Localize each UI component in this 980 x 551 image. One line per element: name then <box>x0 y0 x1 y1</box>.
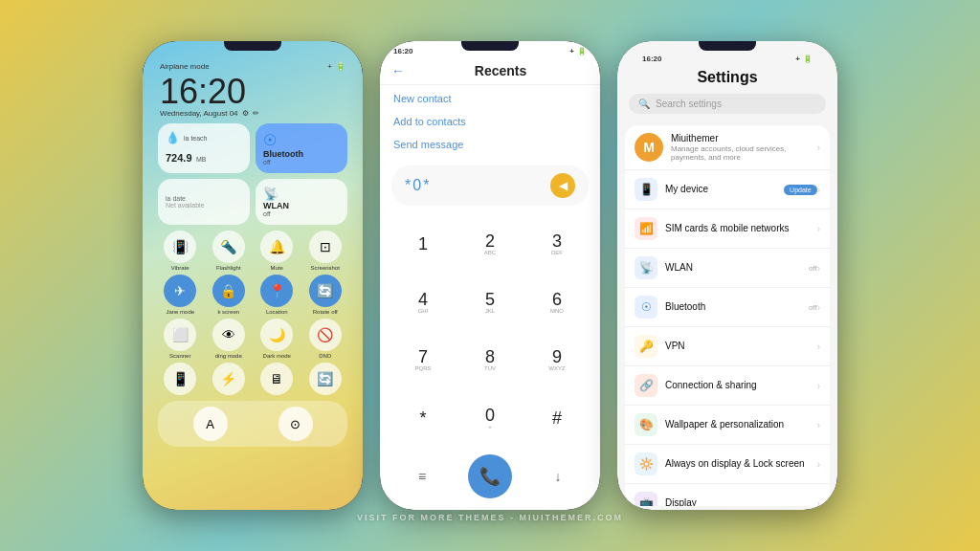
scanner-icon: ⬜ <box>172 327 189 342</box>
settings-search[interactable]: 🔍 Search settings <box>629 94 826 114</box>
phone3-shell: 16:20 + 🔋 Settings 🔍 Search settings M M… <box>617 41 837 510</box>
phone1-screen: Airplane mode + 🔋 16:20 Wednesday, Augus… <box>143 41 363 510</box>
wallpaper-icon: 🎨 <box>635 413 657 436</box>
phone3-screen: 16:20 + 🔋 Settings 🔍 Search settings M M… <box>617 41 837 510</box>
vpn-title: VPN <box>665 341 817 352</box>
dark-mode-item[interactable]: 🌙 Dark mode <box>255 319 300 359</box>
vibrate-item[interactable]: 📳 Vibrate <box>158 231 203 271</box>
wlan-tile[interactable]: 📡 WLAN off <box>256 179 347 225</box>
settings-title: Settings <box>629 65 826 90</box>
search-icon: 🔍 <box>638 99 650 109</box>
wlan-right: off <box>809 264 817 273</box>
extra4-item[interactable]: 🔄 <box>303 363 348 395</box>
key-star[interactable]: * <box>391 391 455 446</box>
call-btn[interactable]: 📞 <box>468 454 512 498</box>
rotate-icon: 🔄 <box>317 283 333 298</box>
mydevice-title: My device <box>665 184 784 195</box>
chevron-icon-connection: › <box>817 381 820 391</box>
backspace-btn[interactable]: ◀ <box>550 173 575 198</box>
dialer-number: *0* <box>405 177 431 194</box>
vibrate-icon: 📳 <box>172 239 189 254</box>
settings-item-wallpaper[interactable]: 🎨 Wallpaper & personalization › <box>625 406 830 445</box>
bluetooth-tile[interactable]: ☉ Bluetooth off <box>256 123 347 173</box>
moon-icon: 🌙 <box>269 327 285 342</box>
data-tile[interactable]: 💧 la teach 724.9 MB <box>158 123 250 173</box>
settings-item-aod[interactable]: 🔆 Always on display & Lock screen › <box>625 445 830 484</box>
extra1-item[interactable]: 📱 <box>158 363 203 395</box>
settings-item-bluetooth[interactable]: ☉ Bluetooth off › <box>625 288 830 327</box>
screenshot-item[interactable]: ⊡ Screenshot <box>303 231 348 271</box>
sim-title: SIM cards & mobile networks <box>665 223 817 234</box>
down-action-btn[interactable]: ↓ <box>543 461 573 492</box>
account-item[interactable]: M Miuithemer Manage accounts, cloud serv… <box>625 125 830 170</box>
chevron-icon-display: › <box>817 498 820 507</box>
chevron-icon-sim: › <box>817 224 820 234</box>
key-1[interactable]: 1 <box>391 217 455 272</box>
settings-item-display[interactable]: 📺 Display › <box>625 484 830 506</box>
key-hash[interactable]: # <box>525 391 589 446</box>
tile-grid-2: la date Net available 📡 WLAN off <box>152 179 353 231</box>
search-placeholder: Search settings <box>656 99 722 109</box>
jane-mode-item[interactable]: ✈ Jane mode <box>158 275 203 315</box>
key-3[interactable]: 3DEF <box>525 217 589 272</box>
aod-icon: 🔆 <box>635 452 657 475</box>
scanner-item[interactable]: ⬜ Scanner <box>158 319 203 359</box>
menu-action-btn[interactable]: ≡ <box>407 461 437 492</box>
extra3-item[interactable]: 🖥 <box>255 363 300 395</box>
battery-icon: 🔋 <box>336 62 345 71</box>
battery-icon-3: 🔋 <box>803 55 813 63</box>
new-contact-btn[interactable]: New contact <box>393 93 587 104</box>
key-2[interactable]: 2ABC <box>458 217 522 272</box>
screenshot-icon: ⊡ <box>320 239 331 254</box>
wlan-settings-title: WLAN <box>665 262 809 274</box>
avatar: M <box>635 133 663 162</box>
phone1-date: Wednesday, August 04 ⚙ ✏ <box>152 109 353 123</box>
key-9[interactable]: 9WXYZ <box>525 333 589 387</box>
key-0[interactable]: 0+ <box>458 391 522 446</box>
key-4[interactable]: 4GHI <box>391 276 455 330</box>
menu-btn[interactable]: ⊙ <box>278 407 313 441</box>
ding-mode-item[interactable]: 👁 ding mode <box>207 319 252 359</box>
down-arrow-icon: ↓ <box>555 469 562 484</box>
mydevice-icon: 📱 <box>635 178 657 201</box>
bluetooth-settings-title: Bluetooth <box>665 301 809 313</box>
mute-item[interactable]: 🔔 Mute <box>255 231 300 271</box>
key-6[interactable]: 6MNO <box>525 276 589 330</box>
chevron-icon-wallpaper: › <box>817 420 820 430</box>
key-7[interactable]: 7PQRS <box>391 333 455 387</box>
settings-item-vpn[interactable]: 🔑 VPN › <box>625 327 830 366</box>
add-contacts-btn[interactable]: Add to contacts <box>393 116 587 127</box>
update-tile[interactable]: la date Net available <box>158 179 250 225</box>
settings-item-sim[interactable]: 📶 SIM cards & mobile networks › <box>625 209 830 249</box>
settings-item-connection[interactable]: 🔗 Connection & sharing › <box>625 366 830 406</box>
home-btn[interactable]: A <box>193 407 228 441</box>
watermark: VISIT FOR MORE THEMES - MIUITHEMER.COM <box>357 513 623 522</box>
aod-title: Always on display & Lock screen <box>665 458 817 470</box>
send-message-btn[interactable]: Send message <box>393 139 587 150</box>
phone2-shell: 16:20 + 🔋 ← Recents New contact Add to c… <box>380 41 600 510</box>
k-screen-item[interactable]: 🔒 k screen <box>207 275 252 315</box>
bluetooth-settings-icon: ☉ <box>635 296 657 319</box>
chevron-icon-account: › <box>817 143 820 153</box>
flashlight-item[interactable]: 🔦 Flashlight <box>207 231 252 271</box>
icon-row-4: 📱 ⚡ 🖥 🔄 <box>152 363 353 401</box>
phone2-status: 16:20 + 🔋 <box>380 41 600 57</box>
airplane-mode-label: Airplane mode <box>160 62 210 71</box>
location-item[interactable]: 📍 Location <box>255 275 300 315</box>
recents-header: ← Recents <box>380 57 600 85</box>
chevron-icon-vpn: › <box>817 342 820 352</box>
bluetooth-icon: ☉ <box>263 131 340 149</box>
settings-item-wlan[interactable]: 📡 WLAN off › <box>625 249 830 288</box>
rotate-item[interactable]: 🔄 Rotate off <box>303 275 348 315</box>
back-button[interactable]: ← <box>391 63 405 78</box>
account-subtitle: Manage accounts, cloud services, payment… <box>671 144 817 162</box>
settings-item-mydevice[interactable]: 📱 My device Update › <box>625 170 830 209</box>
dnd-item[interactable]: 🚫 DND <box>303 319 348 359</box>
account-name: Miuithemer <box>671 133 817 144</box>
wallpaper-title: Wallpaper & personalization <box>665 419 817 430</box>
key-5[interactable]: 5JKL <box>458 276 522 330</box>
key-8[interactable]: 8TUV <box>458 333 522 387</box>
status-icons-3: + 🔋 <box>795 55 813 63</box>
battery-icon-2: 🔋 <box>577 47 587 55</box>
extra2-item[interactable]: ⚡ <box>207 363 252 395</box>
